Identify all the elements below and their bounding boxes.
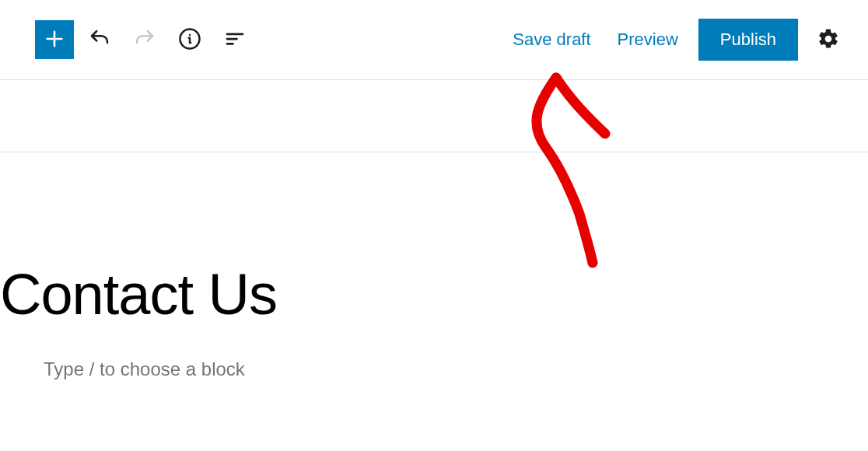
editor-content: Contact Us Type / to choose a block [0, 152, 868, 380]
settings-button[interactable] [812, 23, 845, 58]
add-block-button[interactable] [35, 20, 74, 59]
gear-icon [817, 27, 840, 53]
plus-icon [44, 28, 65, 52]
undo-icon [88, 27, 111, 53]
details-button[interactable] [170, 20, 209, 59]
page-title-input[interactable]: Contact Us [0, 261, 868, 327]
editor-toolbar: Save draft Preview Publish [0, 0, 868, 79]
toolbar-left-group [35, 20, 254, 59]
outline-button[interactable] [215, 20, 254, 59]
redo-icon [133, 27, 156, 53]
save-draft-button[interactable]: Save draft [506, 25, 597, 54]
block-placeholder[interactable]: Type / to choose a block [0, 327, 868, 380]
undo-button[interactable] [80, 20, 119, 59]
info-icon [178, 27, 201, 53]
redo-button[interactable] [125, 20, 164, 59]
toolbar-right-group: Save draft Preview Publish [506, 19, 845, 61]
list-icon [223, 27, 247, 53]
spacer [0, 80, 868, 152]
publish-button[interactable]: Publish [698, 19, 798, 61]
preview-button[interactable]: Preview [611, 25, 684, 54]
